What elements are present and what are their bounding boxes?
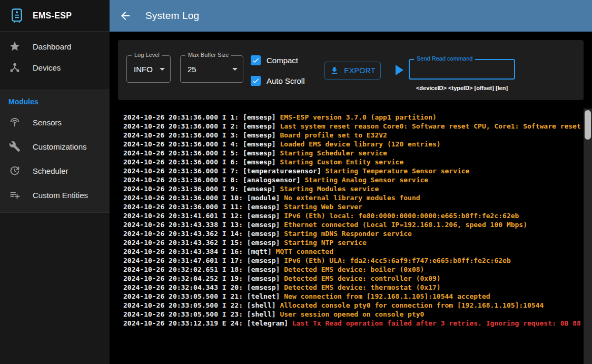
sidebar-nav: Dashboard Devices (0, 32, 110, 82)
sidebar-item-scheduler[interactable]: Scheduler (0, 159, 110, 183)
checkbox-check-icon (251, 76, 261, 86)
sidebar-item-label: Devices (33, 63, 61, 72)
main-area: System Log Log Level INFO Max Buffer Siz… (110, 0, 592, 364)
log-line: 2024-10-26 20:31:36.000 I 6: [emsesp] St… (123, 158, 583, 166)
log-prefix: 2024-10-26 20:31:41.601 I 12: [emsesp] (123, 212, 284, 220)
chevron-down-icon (160, 68, 165, 71)
log-message: IPv6 (Eth) local: fe80:0000:0000:0000:e6… (284, 212, 519, 220)
log-prefix: 2024-10-26 20:31:36.000 I 2: [emsesp] (123, 122, 280, 130)
back-arrow-icon[interactable] (119, 9, 132, 22)
log-line: 2024-10-26 20:32:04.252 I 19: [emsesp] D… (123, 274, 583, 283)
log-prefix: 2024-10-26 20:31:43.362 I 14: [emsesp] (123, 230, 284, 238)
log-prefix: 2024-10-26 20:31:36.000 I 7: [temperatur… (123, 167, 325, 175)
log-prefix: 2024-10-26 20:33:05.500 I 21: [telnet] (123, 292, 284, 300)
sidebar-item-customizations[interactable]: Customizations (0, 134, 110, 159)
log-message: Starting Scheduler service (280, 149, 387, 157)
log-prefix: 2024-10-26 20:31:36.000 I 4: [emsesp] (123, 140, 280, 148)
sidebar-item-dashboard[interactable]: Dashboard (0, 36, 110, 57)
playlist-add-icon (8, 189, 21, 201)
max-buffer-label: Max Buffer Size (185, 52, 231, 58)
app-name: EMS-ESP (33, 11, 72, 21)
log-message: Starting Modules service (280, 185, 379, 193)
export-button[interactable]: EXPORT (324, 62, 381, 80)
sensors-icon (8, 116, 21, 129)
auto-scroll-checkbox-label: Auto Scroll (267, 76, 305, 85)
star-icon (8, 40, 21, 53)
app-bar: System Log (110, 0, 592, 32)
log-line: 2024-10-26 20:31:43.362 I 15: [emsesp] S… (123, 238, 583, 247)
log-line: 2024-10-26 20:31:43.384 I 16: [mqtt] MQT… (123, 247, 583, 256)
clock-update-icon (8, 164, 21, 177)
log-line: 2024-10-26 20:33:12.319 E 24: [telegram]… (123, 319, 583, 328)
log-message: Detected EMS device: thermostat (0x17) (284, 283, 440, 291)
log-message: Last system reset reason Core0: Software… (280, 122, 580, 130)
log-message: No external library modules found (284, 194, 420, 202)
sidebar-item-label: Sensors (33, 118, 62, 127)
log-lines: 2024-10-26 20:31:36.000 I 1: [emsesp] EM… (123, 113, 583, 328)
log-panel: 2024-10-26 20:31:36.000 I 1: [emsesp] EM… (110, 109, 592, 364)
log-message: Detected EMS device: boiler (0x08) (284, 265, 424, 273)
log-prefix: 2024-10-26 20:31:47.601 I 17: [emsesp] (123, 257, 284, 264)
log-line: 2024-10-26 20:31:36.000 I 8: [analogsens… (123, 175, 583, 184)
sidebar-item-sensors[interactable]: Sensors (0, 110, 110, 134)
log-prefix: 2024-10-26 20:32:02.651 I 18: [emsesp] (123, 265, 284, 273)
log-message: Starting mDNS Responder service (284, 230, 412, 238)
sidebar: EMS-ESP Dashboard Devices Modules (0, 0, 110, 364)
log-message: Detected EMS device: controller (0x09) (284, 274, 440, 282)
send-read-input[interactable] (410, 60, 514, 78)
log-level-label: Log Level (132, 52, 162, 58)
checkbox-check-icon (251, 55, 261, 65)
export-button-label: EXPORT (344, 66, 376, 75)
log-prefix: 2024-10-26 20:31:36.000 I 10: [module] (123, 194, 284, 202)
log-message: Starting NTP service (284, 239, 367, 247)
scrollbar-thumb[interactable] (585, 110, 591, 140)
log-line: 2024-10-26 20:31:47.601 I 17: [emsesp] I… (123, 256, 583, 265)
log-message: New connection from [192.168.1.105]:1054… (284, 292, 490, 300)
log-line: 2024-10-26 20:31:36.000 I 2: [emsesp] La… (123, 122, 583, 131)
modules-section: Modules Sensors Customizations Scheduler (0, 90, 110, 213)
log-prefix: 2024-10-26 20:31:36.000 I 6: [emsesp] (123, 158, 280, 166)
log-message: Starting Analog Sensor service (304, 176, 428, 184)
log-message: EMS-ESP version 3.7.0 (app1 partition) (280, 113, 436, 121)
auto-scroll-checkbox[interactable]: Auto Scroll (251, 75, 305, 86)
log-prefix: 2024-10-26 20:31:43.362 I 15: [emsesp] (123, 239, 284, 247)
log-line: 2024-10-26 20:31:43.362 I 14: [emsesp] S… (123, 229, 583, 238)
log-prefix: 2024-10-26 20:32:04.252 I 19: [emsesp] (123, 274, 284, 282)
log-line: 2024-10-26 20:31:36.000 I 7: [temperatur… (123, 166, 583, 175)
sidebar-item-devices[interactable]: Devices (0, 57, 110, 78)
modules-section-title: Modules (0, 90, 110, 110)
log-prefix: 2024-10-26 20:32:04.343 I 20: [emsesp] (123, 283, 284, 291)
log-prefix: 2024-10-26 20:31:36.000 I 11: [emsesp] (123, 203, 284, 211)
log-prefix: 2024-10-26 20:31:36.000 I 1: [emsesp] (123, 113, 280, 121)
log-message: Starting Custom Entity service (280, 158, 403, 166)
tools-icon (8, 140, 21, 153)
log-prefix: 2024-10-26 20:31:36.000 I 8: [analogsens… (123, 176, 304, 184)
log-message: Last Tx Read operation failed after 3 re… (292, 319, 581, 327)
log-prefix: 2024-10-26 20:33:05.500 I 23: [shell] (123, 310, 280, 318)
checkbox-group: Compact Auto Scroll (251, 54, 305, 86)
log-line: 2024-10-26 20:33:05.500 I 22: [shell] Al… (123, 301, 583, 310)
log-line: 2024-10-26 20:31:36.000 I 3: [emsesp] Bo… (123, 131, 583, 140)
max-buffer-select[interactable]: Max Buffer Size 25 (180, 55, 243, 83)
compact-checkbox[interactable]: Compact (251, 54, 305, 66)
send-read-field: Send Read command (409, 59, 515, 80)
sidebar-item-label: Dashboard (33, 42, 71, 51)
log-message: User session opened on console pty0 (280, 310, 424, 318)
send-command-play-icon[interactable] (396, 65, 403, 75)
log-prefix: 2024-10-26 20:33:05.500 I 22: [shell] (123, 301, 280, 309)
send-read-helper-text: <deviceID> <typeID> [offset] [len] (407, 85, 517, 91)
log-level-select[interactable]: Log Level INFO (126, 55, 171, 83)
sidebar-item-label: Scheduler (33, 166, 68, 175)
log-line: 2024-10-26 20:32:02.651 I 18: [emsesp] D… (123, 265, 583, 274)
sidebar-item-label: Custom Entities (33, 191, 88, 200)
log-message: IPv6 (Eth) ULA: fda2:4cc5:6af9:f747:e665… (284, 257, 510, 264)
log-line: 2024-10-26 20:31:36.000 I 11: [emsesp] S… (123, 202, 583, 211)
download-icon (330, 66, 339, 75)
log-scrollbar[interactable] (584, 109, 592, 364)
log-prefix: 2024-10-26 20:33:12.319 E 24: [telegram] (123, 319, 292, 327)
sidebar-item-custom-entities[interactable]: Custom Entities (0, 183, 110, 207)
sidebar-item-label: Customizations (33, 142, 87, 151)
send-read-label: Send Read command (414, 55, 475, 62)
log-line: 2024-10-26 20:31:36.000 I 9: [emsesp] St… (123, 184, 583, 193)
log-prefix: 2024-10-26 20:31:43.384 I 16: [mqtt] (123, 248, 276, 255)
